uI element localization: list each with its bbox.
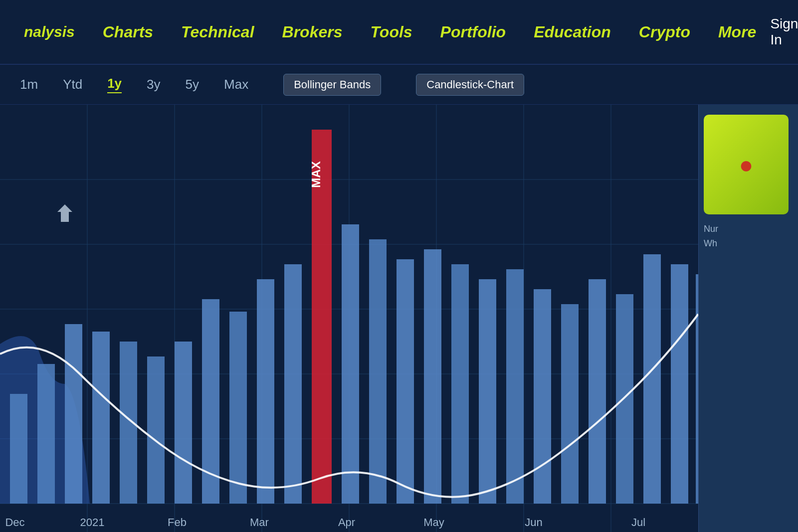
bollinger-bands-button[interactable]: Bollinger Bands: [283, 74, 381, 96]
chart-area: MAX Dec 2021 Feb Mar Apr: [0, 105, 798, 532]
svg-text:MAX: MAX: [309, 161, 323, 187]
side-panel: ● Nur Wh: [698, 105, 798, 532]
svg-text:2021: 2021: [80, 516, 105, 529]
nav-item-education[interactable]: Education: [520, 18, 625, 46]
time-max[interactable]: Max: [224, 77, 248, 92]
side-card-icon: ●: [739, 151, 754, 178]
svg-rect-18: [147, 356, 165, 504]
svg-rect-34: [561, 304, 579, 504]
svg-text:Apr: Apr: [338, 516, 355, 529]
svg-rect-37: [643, 254, 661, 504]
candlestick-chart-button[interactable]: Candlestick-Chart: [416, 74, 524, 96]
navbar: nalysis Charts Technical Brokers Tools P…: [0, 0, 798, 65]
nav-item-portfolio[interactable]: Portfolio: [426, 18, 520, 46]
time-1m[interactable]: 1m: [20, 77, 38, 92]
time-ytd[interactable]: Ytd: [63, 77, 82, 92]
svg-rect-21: [229, 312, 247, 504]
side-text: Nur Wh: [704, 222, 793, 251]
svg-marker-48: [57, 204, 72, 222]
svg-rect-32: [506, 269, 524, 504]
svg-rect-36: [616, 294, 633, 504]
timerange-bar: 1m Ytd 1y 3y 5y Max Bollinger Bands Cand…: [0, 65, 798, 105]
svg-rect-33: [534, 289, 551, 504]
nav-item-more[interactable]: More: [704, 18, 770, 46]
svg-rect-13: [10, 394, 27, 504]
svg-rect-22: [257, 279, 274, 504]
nav-item-analysis[interactable]: nalysis: [10, 18, 89, 45]
svg-rect-31: [479, 279, 496, 504]
svg-rect-23: [284, 264, 302, 504]
svg-rect-15: [65, 324, 82, 504]
svg-rect-27: [369, 239, 387, 504]
svg-text:Feb: Feb: [168, 516, 187, 529]
svg-text:May: May: [423, 516, 444, 529]
side-card[interactable]: ●: [704, 115, 789, 214]
svg-rect-30: [451, 264, 469, 504]
svg-rect-28: [397, 259, 414, 504]
svg-rect-26: [342, 224, 359, 504]
svg-text:Mar: Mar: [250, 516, 269, 529]
svg-text:Dec: Dec: [5, 516, 24, 529]
nav-item-crypto[interactable]: Crypto: [625, 18, 704, 46]
nav-item-tools[interactable]: Tools: [356, 18, 426, 46]
svg-text:Jul: Jul: [631, 516, 645, 529]
nav-item-technical[interactable]: Technical: [167, 18, 268, 46]
svg-rect-35: [589, 279, 606, 504]
signin-button[interactable]: Sign In: [770, 16, 798, 48]
svg-rect-14: [37, 364, 55, 504]
svg-rect-29: [424, 249, 441, 504]
chart-svg: MAX Dec 2021 Feb Mar Apr: [0, 105, 798, 532]
nav-item-brokers[interactable]: Brokers: [268, 18, 357, 46]
svg-rect-16: [92, 332, 110, 504]
svg-rect-38: [671, 264, 688, 504]
nav-item-charts[interactable]: Charts: [89, 18, 167, 46]
svg-rect-17: [120, 342, 137, 504]
time-3y[interactable]: 3y: [147, 77, 160, 92]
time-1y[interactable]: 1y: [107, 76, 122, 93]
svg-text:Jun: Jun: [525, 516, 542, 529]
time-5y[interactable]: 5y: [186, 77, 199, 92]
svg-rect-19: [175, 342, 192, 504]
